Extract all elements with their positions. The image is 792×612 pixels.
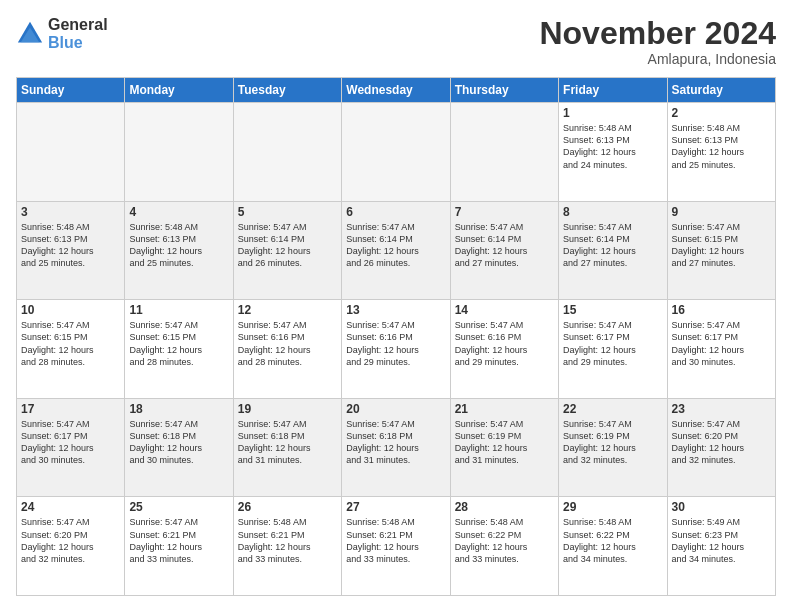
calendar-cell: 15Sunrise: 5:47 AM Sunset: 6:17 PM Dayli…: [559, 300, 667, 399]
calendar-cell: 21Sunrise: 5:47 AM Sunset: 6:19 PM Dayli…: [450, 398, 558, 497]
calendar-cell: 22Sunrise: 5:47 AM Sunset: 6:19 PM Dayli…: [559, 398, 667, 497]
calendar-cell: 12Sunrise: 5:47 AM Sunset: 6:16 PM Dayli…: [233, 300, 341, 399]
calendar-cell: 1Sunrise: 5:48 AM Sunset: 6:13 PM Daylig…: [559, 103, 667, 202]
calendar-cell: 23Sunrise: 5:47 AM Sunset: 6:20 PM Dayli…: [667, 398, 775, 497]
calendar-cell: 20Sunrise: 5:47 AM Sunset: 6:18 PM Dayli…: [342, 398, 450, 497]
day-number: 22: [563, 402, 662, 416]
day-number: 11: [129, 303, 228, 317]
day-number: 21: [455, 402, 554, 416]
calendar-cell: [125, 103, 233, 202]
title-block: November 2024 Amlapura, Indonesia: [539, 16, 776, 67]
calendar-week-row: 24Sunrise: 5:47 AM Sunset: 6:20 PM Dayli…: [17, 497, 776, 596]
calendar-header-row: SundayMondayTuesdayWednesdayThursdayFrid…: [17, 78, 776, 103]
day-number: 16: [672, 303, 771, 317]
calendar-cell: 2Sunrise: 5:48 AM Sunset: 6:13 PM Daylig…: [667, 103, 775, 202]
calendar-cell: 27Sunrise: 5:48 AM Sunset: 6:21 PM Dayli…: [342, 497, 450, 596]
day-number: 2: [672, 106, 771, 120]
day-info: Sunrise: 5:47 AM Sunset: 6:15 PM Dayligh…: [129, 319, 228, 368]
calendar-cell: [233, 103, 341, 202]
calendar-week-row: 17Sunrise: 5:47 AM Sunset: 6:17 PM Dayli…: [17, 398, 776, 497]
logo-text: General Blue: [48, 16, 108, 51]
day-info: Sunrise: 5:47 AM Sunset: 6:20 PM Dayligh…: [672, 418, 771, 467]
day-number: 7: [455, 205, 554, 219]
day-number: 30: [672, 500, 771, 514]
calendar-cell: 28Sunrise: 5:48 AM Sunset: 6:22 PM Dayli…: [450, 497, 558, 596]
calendar-cell: 17Sunrise: 5:47 AM Sunset: 6:17 PM Dayli…: [17, 398, 125, 497]
day-number: 26: [238, 500, 337, 514]
day-info: Sunrise: 5:47 AM Sunset: 6:18 PM Dayligh…: [346, 418, 445, 467]
day-number: 9: [672, 205, 771, 219]
calendar-cell: [450, 103, 558, 202]
day-number: 27: [346, 500, 445, 514]
month-title: November 2024: [539, 16, 776, 51]
day-number: 25: [129, 500, 228, 514]
calendar-cell: 13Sunrise: 5:47 AM Sunset: 6:16 PM Dayli…: [342, 300, 450, 399]
day-info: Sunrise: 5:47 AM Sunset: 6:15 PM Dayligh…: [672, 221, 771, 270]
calendar-body: 1Sunrise: 5:48 AM Sunset: 6:13 PM Daylig…: [17, 103, 776, 596]
day-info: Sunrise: 5:48 AM Sunset: 6:13 PM Dayligh…: [21, 221, 120, 270]
header: General Blue November 2024 Amlapura, Ind…: [16, 16, 776, 67]
location: Amlapura, Indonesia: [539, 51, 776, 67]
weekday-header: Wednesday: [342, 78, 450, 103]
calendar-cell: [17, 103, 125, 202]
day-number: 1: [563, 106, 662, 120]
day-number: 19: [238, 402, 337, 416]
day-info: Sunrise: 5:47 AM Sunset: 6:14 PM Dayligh…: [346, 221, 445, 270]
calendar-cell: 6Sunrise: 5:47 AM Sunset: 6:14 PM Daylig…: [342, 201, 450, 300]
day-info: Sunrise: 5:47 AM Sunset: 6:15 PM Dayligh…: [21, 319, 120, 368]
day-number: 13: [346, 303, 445, 317]
day-number: 10: [21, 303, 120, 317]
day-number: 14: [455, 303, 554, 317]
day-info: Sunrise: 5:48 AM Sunset: 6:13 PM Dayligh…: [563, 122, 662, 171]
day-number: 24: [21, 500, 120, 514]
day-info: Sunrise: 5:47 AM Sunset: 6:17 PM Dayligh…: [563, 319, 662, 368]
day-info: Sunrise: 5:47 AM Sunset: 6:14 PM Dayligh…: [455, 221, 554, 270]
calendar-cell: 30Sunrise: 5:49 AM Sunset: 6:23 PM Dayli…: [667, 497, 775, 596]
calendar-cell: 24Sunrise: 5:47 AM Sunset: 6:20 PM Dayli…: [17, 497, 125, 596]
calendar-cell: [342, 103, 450, 202]
calendar-cell: 4Sunrise: 5:48 AM Sunset: 6:13 PM Daylig…: [125, 201, 233, 300]
day-number: 23: [672, 402, 771, 416]
calendar-cell: 25Sunrise: 5:47 AM Sunset: 6:21 PM Dayli…: [125, 497, 233, 596]
calendar-cell: 10Sunrise: 5:47 AM Sunset: 6:15 PM Dayli…: [17, 300, 125, 399]
logo-icon: [16, 20, 44, 48]
day-number: 20: [346, 402, 445, 416]
calendar-week-row: 3Sunrise: 5:48 AM Sunset: 6:13 PM Daylig…: [17, 201, 776, 300]
day-info: Sunrise: 5:47 AM Sunset: 6:20 PM Dayligh…: [21, 516, 120, 565]
day-number: 15: [563, 303, 662, 317]
day-info: Sunrise: 5:47 AM Sunset: 6:19 PM Dayligh…: [455, 418, 554, 467]
weekday-header: Thursday: [450, 78, 558, 103]
day-info: Sunrise: 5:47 AM Sunset: 6:17 PM Dayligh…: [21, 418, 120, 467]
day-number: 18: [129, 402, 228, 416]
day-info: Sunrise: 5:47 AM Sunset: 6:18 PM Dayligh…: [129, 418, 228, 467]
logo: General Blue: [16, 16, 108, 51]
calendar-cell: 29Sunrise: 5:48 AM Sunset: 6:22 PM Dayli…: [559, 497, 667, 596]
day-number: 5: [238, 205, 337, 219]
day-info: Sunrise: 5:48 AM Sunset: 6:13 PM Dayligh…: [672, 122, 771, 171]
day-info: Sunrise: 5:48 AM Sunset: 6:13 PM Dayligh…: [129, 221, 228, 270]
calendar-cell: 18Sunrise: 5:47 AM Sunset: 6:18 PM Dayli…: [125, 398, 233, 497]
calendar-cell: 8Sunrise: 5:47 AM Sunset: 6:14 PM Daylig…: [559, 201, 667, 300]
day-number: 12: [238, 303, 337, 317]
day-info: Sunrise: 5:47 AM Sunset: 6:16 PM Dayligh…: [238, 319, 337, 368]
calendar-week-row: 1Sunrise: 5:48 AM Sunset: 6:13 PM Daylig…: [17, 103, 776, 202]
calendar-cell: 7Sunrise: 5:47 AM Sunset: 6:14 PM Daylig…: [450, 201, 558, 300]
calendar-cell: 9Sunrise: 5:47 AM Sunset: 6:15 PM Daylig…: [667, 201, 775, 300]
day-info: Sunrise: 5:47 AM Sunset: 6:17 PM Dayligh…: [672, 319, 771, 368]
calendar-cell: 11Sunrise: 5:47 AM Sunset: 6:15 PM Dayli…: [125, 300, 233, 399]
day-number: 29: [563, 500, 662, 514]
day-number: 8: [563, 205, 662, 219]
day-info: Sunrise: 5:47 AM Sunset: 6:19 PM Dayligh…: [563, 418, 662, 467]
day-info: Sunrise: 5:47 AM Sunset: 6:16 PM Dayligh…: [346, 319, 445, 368]
weekday-header: Sunday: [17, 78, 125, 103]
calendar-cell: 26Sunrise: 5:48 AM Sunset: 6:21 PM Dayli…: [233, 497, 341, 596]
day-info: Sunrise: 5:47 AM Sunset: 6:18 PM Dayligh…: [238, 418, 337, 467]
day-info: Sunrise: 5:48 AM Sunset: 6:21 PM Dayligh…: [238, 516, 337, 565]
calendar-cell: 14Sunrise: 5:47 AM Sunset: 6:16 PM Dayli…: [450, 300, 558, 399]
calendar-cell: 5Sunrise: 5:47 AM Sunset: 6:14 PM Daylig…: [233, 201, 341, 300]
weekday-header: Monday: [125, 78, 233, 103]
calendar-table: SundayMondayTuesdayWednesdayThursdayFrid…: [16, 77, 776, 596]
day-number: 3: [21, 205, 120, 219]
logo-line2: Blue: [48, 34, 108, 52]
day-number: 28: [455, 500, 554, 514]
